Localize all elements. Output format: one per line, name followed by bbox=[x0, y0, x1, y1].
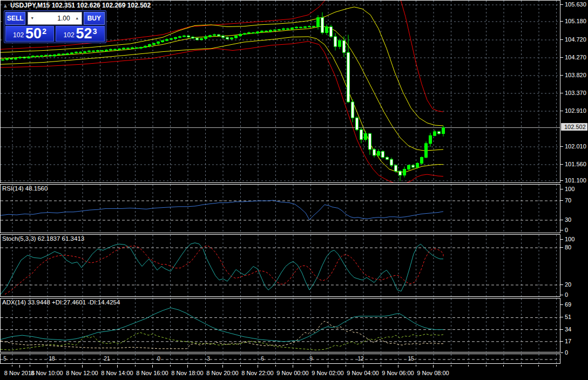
time-axis-label: 8 Nov 22:00 bbox=[241, 370, 273, 376]
time-axis-tick bbox=[556, 365, 557, 367]
volume-increase-button[interactable]: ▲ bbox=[73, 12, 82, 24]
time-axis-tick bbox=[100, 365, 100, 367]
adx-canvas[interactable] bbox=[1, 298, 560, 352]
collapsed-panel-hour-label: 5 bbox=[3, 356, 6, 362]
axis-tick bbox=[560, 239, 563, 240]
ohlc-open: 102.351 bbox=[52, 2, 75, 9]
buy-price-box[interactable]: 102523 bbox=[56, 26, 105, 42]
time-axis-tick bbox=[310, 365, 311, 367]
time-axis-tick bbox=[30, 365, 30, 367]
ohlc-low: 102.269 bbox=[102, 2, 125, 9]
price-axis-label: 102.010 bbox=[565, 143, 586, 150]
axis-tick bbox=[560, 230, 563, 230]
time-axis-tick-major bbox=[222, 365, 223, 368]
time-axis-tick bbox=[205, 365, 206, 367]
indicator-scale-label: 17 bbox=[565, 338, 571, 344]
stochastic-indicator-panel[interactable] bbox=[0, 234, 560, 297]
axis-tick bbox=[560, 304, 563, 305]
adx-indicator-panel[interactable] bbox=[0, 298, 560, 352]
collapsed-panel-canvas[interactable] bbox=[1, 354, 560, 363]
axis-tick bbox=[560, 220, 563, 220]
time-axis-tick bbox=[503, 365, 504, 367]
indicator-scale-label: 0 bbox=[565, 349, 568, 356]
collapsed-panel-hour-label: 21 bbox=[104, 356, 110, 362]
stochastic-label: Stoch(5,3,3) 62.1837 61.3413 bbox=[2, 235, 84, 242]
collapsed-panel-hour-label: 15 bbox=[408, 356, 414, 362]
volume-spinner: ▼ ▲ bbox=[28, 12, 82, 25]
ohlc-close: 102.502 bbox=[127, 2, 151, 9]
axis-tick bbox=[560, 295, 563, 295]
buy-price-pips: 52 bbox=[76, 27, 92, 40]
time-axis-label: 8 Nov 14:00 bbox=[101, 370, 133, 376]
indicator-scale-label: 34 bbox=[565, 326, 571, 332]
indicator-scale-label: 20 bbox=[565, 281, 571, 288]
axis-tick bbox=[560, 200, 563, 201]
time-axis-tick-major bbox=[19, 365, 20, 368]
indicator-scale-label: 0 bbox=[565, 291, 568, 298]
time-axis-tick bbox=[381, 365, 381, 367]
price-axis-label: 105.180 bbox=[565, 18, 586, 24]
axis-tick bbox=[560, 146, 563, 147]
time-axis-tick bbox=[135, 365, 136, 367]
time-axis-label: 8 Nov 12:00 bbox=[66, 370, 98, 376]
sell-price-pips: 50 bbox=[25, 27, 42, 40]
chart-window-icon: ▲ bbox=[3, 3, 8, 9]
time-axis[interactable]: 8 Nov 20168 Nov 10:008 Nov 12:008 Nov 14… bbox=[0, 365, 560, 380]
volume-decrease-button[interactable]: ▼ bbox=[28, 12, 37, 24]
axis-tick bbox=[560, 341, 563, 342]
rsi-indicator-panel[interactable] bbox=[0, 184, 560, 233]
sell-price-big-figure: 102 bbox=[13, 31, 24, 39]
time-axis-tick bbox=[521, 365, 522, 367]
collapsed-panel-hour-label: 18 bbox=[49, 356, 55, 362]
time-axis-label: 8 Nov 20:00 bbox=[206, 370, 238, 376]
price-axis-label: 101.560 bbox=[565, 161, 586, 167]
indicator-scale-label: 80 bbox=[565, 244, 571, 250]
price-axis-label: 103.820 bbox=[565, 72, 586, 78]
sell-price-pipette: 2 bbox=[42, 27, 46, 36]
axis-tick bbox=[560, 57, 563, 58]
price-axis-label: 104.720 bbox=[565, 36, 586, 43]
time-axis-tick-major bbox=[398, 365, 398, 368]
current-price-tag: 102.502 bbox=[561, 123, 587, 131]
sell-button[interactable]: SELL bbox=[5, 12, 25, 25]
axis-tick bbox=[560, 75, 563, 76]
axis-tick bbox=[560, 164, 563, 165]
rsi-label: RSI(14) 48.1560 bbox=[2, 185, 48, 192]
price-axis-label: 104.270 bbox=[565, 54, 586, 60]
axis-tick bbox=[560, 180, 563, 181]
price-axis[interactable]: 102.502 2 0 1.00 105.630105.180104.72010… bbox=[560, 0, 588, 380]
volume-input[interactable] bbox=[37, 12, 73, 24]
time-axis-label: 8 Nov 2016 bbox=[4, 370, 35, 376]
time-axis-tick bbox=[12, 365, 12, 367]
stoch-canvas[interactable] bbox=[1, 235, 560, 296]
indicator-scale-label: 100 bbox=[565, 186, 575, 192]
price-axis-label: 102.910 bbox=[565, 107, 586, 114]
time-axis-tick-major bbox=[152, 365, 153, 368]
sell-price-box[interactable]: 102502 bbox=[5, 26, 54, 42]
axis-tick bbox=[560, 21, 563, 22]
time-axis-label: 9 Nov 00:00 bbox=[276, 370, 308, 376]
rsi-canvas[interactable] bbox=[1, 185, 560, 233]
collapsed-panel-hour-label: 12 bbox=[357, 356, 363, 362]
symbol-period-label: USDJPY,M15 bbox=[10, 2, 50, 9]
axis-tick bbox=[560, 4, 563, 5]
time-axis-tick bbox=[240, 365, 241, 367]
price-axis-label: 103.370 bbox=[565, 90, 586, 96]
time-axis-label: 9 Nov 02:00 bbox=[312, 370, 343, 376]
collapsed-panel-hour-label: 0 bbox=[157, 356, 160, 362]
time-axis-tick bbox=[486, 365, 486, 367]
time-axis-tick-major bbox=[117, 365, 118, 368]
axis-tick bbox=[560, 39, 563, 40]
collapsed-panel-hour-label: 3 bbox=[207, 356, 210, 362]
time-axis-tick bbox=[65, 365, 65, 367]
indicator-scale-label: 0 bbox=[565, 227, 568, 233]
axis-tick bbox=[560, 247, 563, 248]
one-click-trading-widget: SELL ▼ ▲ BUY 102502 102523 bbox=[4, 10, 106, 43]
time-axis-tick-major bbox=[363, 365, 363, 368]
time-axis-tick-major bbox=[187, 365, 188, 368]
time-axis-tick bbox=[468, 365, 469, 367]
buy-button[interactable]: BUY bbox=[84, 12, 105, 25]
collapsed-subchart-panel[interactable]: 5182103691215 bbox=[0, 354, 560, 364]
time-axis-label: 9 Nov 08:00 bbox=[417, 370, 449, 376]
time-axis-tick bbox=[416, 365, 416, 367]
